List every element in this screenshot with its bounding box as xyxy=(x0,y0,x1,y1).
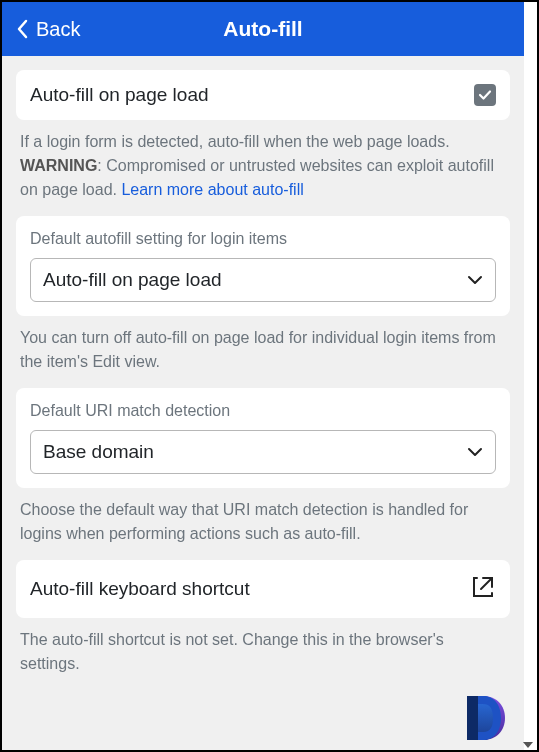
chevron-down-icon xyxy=(467,447,483,457)
page-title: Auto-fill xyxy=(223,17,302,41)
autofill-toggle-help: If a login form is detected, auto-fill w… xyxy=(16,120,510,202)
default-setting-value: Auto-fill on page load xyxy=(43,269,222,291)
autofill-toggle-label: Auto-fill on page load xyxy=(30,84,209,106)
chevron-down-icon xyxy=(467,275,483,285)
default-setting-select[interactable]: Auto-fill on page load xyxy=(30,258,496,302)
uri-match-card: Default URI match detection Base domain xyxy=(16,388,510,488)
shortcut-label: Auto-fill keyboard shortcut xyxy=(30,578,250,600)
back-button[interactable]: Back xyxy=(16,18,80,41)
uri-match-label: Default URI match detection xyxy=(30,402,496,420)
autofill-toggle-card: Auto-fill on page load xyxy=(16,70,510,120)
warning-label: WARNING xyxy=(20,157,97,174)
header-bar: Back Auto-fill xyxy=(2,2,524,56)
back-label: Back xyxy=(36,18,80,41)
scroll-down-arrow-icon xyxy=(523,742,533,748)
brand-logo xyxy=(461,690,517,746)
content: Auto-fill on page load If a login form i… xyxy=(2,70,524,750)
external-link-icon xyxy=(470,574,496,604)
default-setting-label: Default autofill setting for login items xyxy=(30,230,496,248)
settings-scroll[interactable]: Back Auto-fill Auto-fill on page load If… xyxy=(2,2,524,750)
uri-match-select[interactable]: Base domain xyxy=(30,430,496,474)
chevron-left-icon xyxy=(16,19,28,39)
default-setting-help: You can turn off auto-fill on page load … xyxy=(16,316,510,374)
shortcut-help: The auto-fill shortcut is not set. Chang… xyxy=(16,618,510,676)
shortcut-card[interactable]: Auto-fill keyboard shortcut xyxy=(16,560,510,618)
default-setting-card: Default autofill setting for login items… xyxy=(16,216,510,316)
help-text-pre: If a login form is detected, auto-fill w… xyxy=(20,133,450,150)
learn-more-link[interactable]: Learn more about auto-fill xyxy=(121,181,303,198)
uri-match-value: Base domain xyxy=(43,441,154,463)
checkmark-icon xyxy=(478,88,492,102)
svg-rect-0 xyxy=(467,696,478,740)
autofill-checkbox[interactable] xyxy=(474,84,496,106)
uri-match-help: Choose the default way that URI match de… xyxy=(16,488,510,546)
